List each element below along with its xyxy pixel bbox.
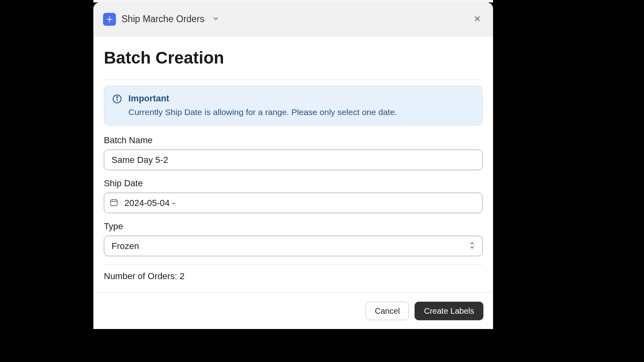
type-select[interactable]: Frozen [104,236,483,256]
alert-content: Important Currently Ship Date is allowin… [128,93,397,118]
batch-name-label: Batch Name [104,135,483,146]
alert-body: Currently Ship Date is allowing for a ra… [128,106,397,118]
modal-dialog: Ship Marche Orders Batch Creation [93,2,493,329]
app-title: Ship Marche Orders [122,14,204,25]
order-count-label: Number of Orders: [104,271,180,281]
modal-body: Batch Creation Important Currently Ship … [93,36,493,292]
app-logo-icon [103,13,116,26]
close-button[interactable] [470,11,485,27]
app-title-group[interactable]: Ship Marche Orders [103,13,220,26]
divider [104,80,483,80]
type-label: Type [104,221,483,232]
info-alert: Important Currently Ship Date is allowin… [104,86,483,125]
info-icon [112,94,122,118]
cancel-button[interactable]: Cancel [365,302,409,320]
order-count-value: 2 [180,271,184,281]
ship-date-label: Ship Date [104,178,483,189]
batch-name-input[interactable] [104,150,483,170]
divider [104,264,483,265]
chevron-down-icon [212,14,220,24]
batch-name-field: Batch Name [104,135,483,170]
create-labels-button[interactable]: Create Labels [415,302,483,320]
ship-date-input[interactable] [104,193,483,213]
close-icon [473,14,482,24]
modal-header: Ship Marche Orders [93,2,493,36]
alert-title: Important [128,93,397,104]
type-field: Type Frozen [104,221,483,256]
ship-date-field: Ship Date [104,178,483,213]
svg-point-9 [117,97,118,97]
page-title: Batch Creation [104,48,483,68]
modal-footer: Cancel Create Labels [93,292,493,329]
svg-point-0 [109,19,110,20]
order-count: Number of Orders: 2 [104,271,483,282]
